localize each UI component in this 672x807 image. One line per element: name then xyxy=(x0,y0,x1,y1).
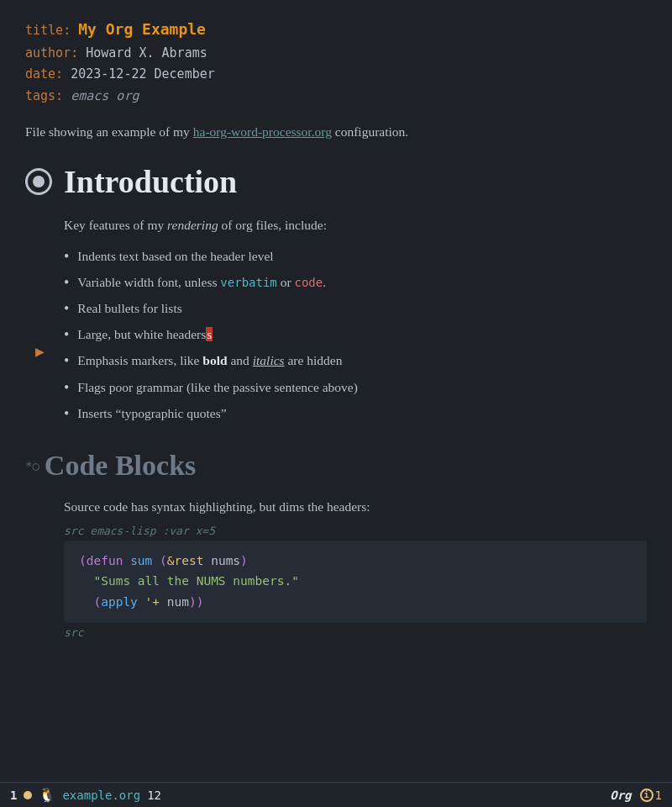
list-item-text: Indents text based on the header level xyxy=(77,246,273,267)
meta-tags-key: tags: xyxy=(25,88,63,103)
section1-heading: Introduction xyxy=(25,163,647,200)
section1-list: Indents text based on the header level V… xyxy=(64,246,647,425)
section1-intro-suffix: of org files, include: xyxy=(218,218,327,232)
status-col: 12 xyxy=(147,789,161,802)
section1-title: Introduction xyxy=(64,163,237,200)
section1-intro: Key features of my rendering of org file… xyxy=(64,215,647,236)
cursor: s xyxy=(206,327,213,341)
status-mode: Org xyxy=(610,789,631,802)
meta-title-key: title: xyxy=(25,23,71,38)
code-paren: ( xyxy=(79,554,87,567)
bold-text: bold xyxy=(202,353,227,367)
intro-link[interactable]: ha-org-word-processor.org xyxy=(193,124,332,139)
main-content: title: My Org Example author: Howard X. … xyxy=(0,0,672,689)
section2-heading: *○ Code Blocks xyxy=(25,450,647,482)
code-line-3: (apply '+ num)) xyxy=(79,592,632,613)
list-item-with-arrow: ▶ Emphasis markers, like bold and italic… xyxy=(64,351,647,372)
code-text: code xyxy=(294,276,323,289)
intro-paragraph: File showing an example of my ha-org-wor… xyxy=(25,122,647,143)
intro-prefix: File showing an example of my xyxy=(25,124,193,139)
list-item-text: Large, but white headerss xyxy=(77,324,213,345)
meta-tags-line: tags: emacs org xyxy=(25,86,647,108)
section1-content: Key features of my rendering of org file… xyxy=(25,215,647,425)
code-block-wrapper: src emacs-lisp :var x=5 (defun sum (&res… xyxy=(25,525,647,639)
code-param-rest: &rest xyxy=(167,554,204,567)
list-item: Inserts “typographic quotes” xyxy=(64,404,647,425)
list-item-text: Real bullets for lists xyxy=(77,298,181,319)
code-src-end: src xyxy=(64,626,647,639)
meta-author-line: author: Howard X. Abrams xyxy=(25,43,647,65)
list-item: Flags poor grammar (like the passive sen… xyxy=(64,377,647,398)
list-item-text: Emphasis markers, like bold and italics … xyxy=(77,351,342,372)
list-item-text: Flags poor grammar (like the passive sen… xyxy=(77,377,358,398)
section2-star-prefix: *○ xyxy=(25,459,39,472)
list-item: Large, but white headerss xyxy=(64,324,647,345)
code-line-2: "Sums all the NUMS numbers." xyxy=(79,571,632,592)
status-info-count: 1 xyxy=(655,789,662,802)
info-circle-icon: i xyxy=(640,789,654,802)
meta-title-value: My Org Example xyxy=(78,20,206,38)
status-filename: example.org xyxy=(62,789,140,802)
code-funcname: sum xyxy=(130,554,152,567)
status-bar-right: Org i 1 xyxy=(610,789,662,802)
list-item: Indents text based on the header level xyxy=(64,246,647,267)
code-apply: apply xyxy=(101,595,138,609)
section1-intro-italic: rendering xyxy=(167,218,218,232)
metadata-block: title: My Org Example author: Howard X. … xyxy=(25,17,647,107)
code-quote: '+ xyxy=(145,595,160,609)
status-line-number: 1 xyxy=(10,789,17,802)
status-bar: 1 🐧 example.org 12 Org i 1 xyxy=(0,782,672,807)
meta-tags-value: emacs org xyxy=(71,88,139,103)
section2: *○ Code Blocks Source code has syntax hi… xyxy=(25,450,647,639)
status-dot-icon xyxy=(24,791,32,799)
meta-author-key: author: xyxy=(25,45,78,61)
code-src-label: src emacs-lisp :var x=5 xyxy=(64,525,647,537)
list-item-text: Inserts “typographic quotes” xyxy=(77,404,226,425)
list-item-text: Variable width font, unless verbatim or … xyxy=(77,272,326,293)
code-string: "Sums all the NUMS numbers." xyxy=(79,574,299,588)
gutter-arrow-icon: ▶ xyxy=(35,343,45,361)
meta-author-value: Howard X. Abrams xyxy=(86,45,207,61)
status-emacs-icon: 🐧 xyxy=(39,787,55,803)
code-line-1: (defun sum (&rest nums) xyxy=(79,551,632,572)
status-info-badge: i 1 xyxy=(640,789,662,802)
status-bar-left: 1 🐧 example.org 12 xyxy=(10,787,161,803)
meta-date-line: date: 2023-12-22 December xyxy=(25,64,647,86)
code-block: (defun sum (&rest nums) "Sums all the NU… xyxy=(64,541,647,623)
verbatim-text: verbatim xyxy=(220,276,276,289)
meta-date-key: date: xyxy=(25,66,63,82)
meta-title-line: title: My Org Example xyxy=(25,17,647,43)
code-defun-keyword: defun xyxy=(87,554,123,567)
section2-intro: Source code has syntax highlighting, but… xyxy=(25,497,647,518)
section2-title: Code Blocks xyxy=(45,450,196,482)
list-item: Real bullets for lists xyxy=(64,298,647,319)
meta-date-value: 2023-12-22 December xyxy=(71,66,215,82)
section1-intro-prefix: Key features of my xyxy=(64,218,167,232)
list-item: Variable width font, unless verbatim or … xyxy=(64,272,647,293)
intro-suffix: configuration. xyxy=(332,124,408,139)
italic-underline-text: italics xyxy=(253,353,285,367)
heading1-bullet xyxy=(25,168,52,195)
